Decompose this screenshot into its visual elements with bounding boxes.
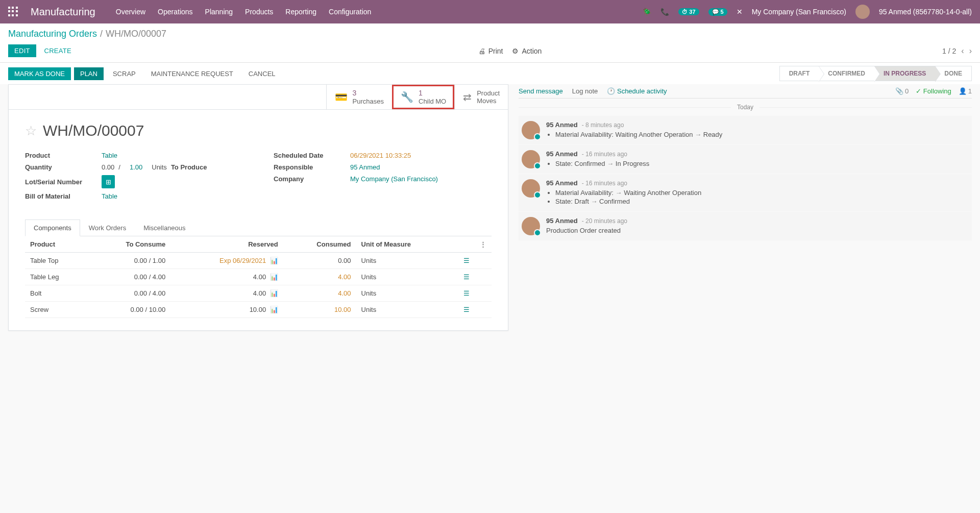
message: 95 Anmed- 16 minutes agoMaterial Availab… bbox=[519, 174, 972, 211]
avatar bbox=[522, 179, 540, 198]
send-message-button[interactable]: Send message bbox=[519, 87, 563, 95]
th-consumed[interactable]: Consumed bbox=[283, 236, 356, 253]
breadcrumb-root[interactable]: Manufacturing Orders bbox=[8, 29, 97, 39]
edit-button[interactable]: EDIT bbox=[8, 44, 36, 57]
breadcrumb-current: WH/MO/00007 bbox=[106, 29, 166, 39]
nav-overview[interactable]: Overview bbox=[116, 8, 145, 16]
stat-child-mo[interactable]: 🔧 1Child MO bbox=[392, 85, 454, 109]
cell-to-consume: 0.00 / 4.00 bbox=[89, 285, 170, 302]
action-button[interactable]: ⚙Action bbox=[512, 47, 542, 55]
forecast-icon[interactable]: 📊 bbox=[270, 273, 278, 281]
company-switcher[interactable]: My Company (San Francisco) bbox=[752, 8, 846, 16]
schedule-activity-button[interactable]: 🕐 Schedule activity bbox=[607, 87, 667, 95]
scrap-button[interactable]: SCRAP bbox=[107, 67, 142, 80]
field-quantity: 0.00 / 1.00 Units To Produce bbox=[102, 163, 207, 171]
field-bom[interactable]: Table bbox=[102, 192, 117, 200]
table-menu-icon[interactable]: ⋮ bbox=[480, 240, 486, 248]
tab-misc[interactable]: Miscellaneous bbox=[135, 219, 194, 236]
stat-product-moves[interactable]: ⇄ ProductMoves bbox=[454, 85, 508, 109]
nav-reporting[interactable]: Reporting bbox=[285, 8, 316, 16]
brand[interactable]: Manufacturing bbox=[31, 6, 95, 18]
cell-to-consume: 0.00 / 10.00 bbox=[89, 302, 170, 318]
apps-icon[interactable] bbox=[8, 7, 18, 17]
print-button[interactable]: 🖨Print bbox=[478, 47, 503, 55]
cell-uom: Units bbox=[356, 253, 454, 269]
pager-next[interactable]: › bbox=[969, 46, 972, 56]
avatar bbox=[522, 121, 540, 139]
attachments-button[interactable]: 📎0 bbox=[895, 87, 909, 95]
close-icon[interactable]: ✕ bbox=[737, 8, 743, 16]
th-uom[interactable]: Unit of Measure bbox=[356, 236, 454, 253]
message-content: Material Availability: Waiting Another O… bbox=[546, 131, 969, 138]
nav-planning[interactable]: Planning bbox=[205, 8, 233, 16]
cell-consumed: 10.00 bbox=[283, 302, 356, 318]
details-icon[interactable]: ☰ bbox=[463, 289, 470, 297]
topbar: Manufacturing Overview Operations Planni… bbox=[0, 0, 980, 23]
wrench-icon: 🔧 bbox=[401, 91, 413, 103]
table-row[interactable]: Table Top0.00 / 1.00Exp 06/29/2021 📊0.00… bbox=[25, 253, 492, 269]
status-in-progress[interactable]: IN PROGRESS bbox=[874, 66, 935, 81]
cell-product: Screw bbox=[25, 302, 89, 318]
lot-assign-button[interactable]: ⊞ bbox=[102, 175, 115, 188]
maintenance-button[interactable]: MAINTENANCE REQUEST bbox=[145, 67, 239, 80]
mark-done-button[interactable]: MARK AS DONE bbox=[8, 67, 71, 80]
nav-configuration[interactable]: Configuration bbox=[329, 8, 371, 16]
field-responsible[interactable]: 95 Anmed bbox=[350, 163, 380, 171]
nav-products[interactable]: Products bbox=[245, 8, 273, 16]
log-note-button[interactable]: Log note bbox=[572, 87, 598, 95]
nav-operations[interactable]: Operations bbox=[158, 8, 192, 16]
stat-purchases[interactable]: 💳 3Purchases bbox=[326, 85, 392, 109]
label-quantity: Quantity bbox=[25, 163, 102, 171]
table-row[interactable]: Bolt0.00 / 4.004.00 📊4.00Units☰ bbox=[25, 285, 492, 302]
table-row[interactable]: Screw0.00 / 10.0010.00 📊10.00Units☰ bbox=[25, 302, 492, 318]
avatar[interactable] bbox=[855, 5, 870, 19]
table-row[interactable]: Table Leg0.00 / 4.004.00 📊4.00Units☰ bbox=[25, 269, 492, 285]
statusbar: MARK AS DONE PLAN SCRAP MAINTENANCE REQU… bbox=[0, 63, 980, 84]
star-icon[interactable]: ☆ bbox=[25, 123, 37, 139]
field-product[interactable]: Table bbox=[102, 152, 117, 159]
cell-consumed: 0.00 bbox=[283, 253, 356, 269]
message-content: Material Availability: → Waiting Another… bbox=[546, 189, 969, 205]
status-confirmed[interactable]: CONFIRMED bbox=[819, 66, 874, 81]
followers-button[interactable]: 👤1 bbox=[959, 87, 972, 95]
clock-badge[interactable]: ⏱ 37 bbox=[678, 8, 699, 15]
cell-reserved: Exp 06/29/2021 📊 bbox=[170, 253, 283, 269]
cell-reserved: 4.00 📊 bbox=[170, 269, 283, 285]
chat-badge[interactable]: 💬 5 bbox=[708, 8, 727, 16]
cell-product: Bolt bbox=[25, 285, 89, 302]
cell-to-consume: 0.00 / 4.00 bbox=[89, 269, 170, 285]
tab-components[interactable]: Components bbox=[25, 219, 80, 236]
th-reserved[interactable]: Reserved bbox=[170, 236, 283, 253]
clock-icon: 🕐 bbox=[607, 87, 615, 95]
cell-to-consume: 0.00 / 1.00 bbox=[89, 253, 170, 269]
breadcrumb-sep: / bbox=[100, 29, 103, 39]
gear-icon: ⚙ bbox=[512, 47, 519, 55]
message-author: 95 Anmed bbox=[546, 179, 578, 187]
cell-consumed: 4.00 bbox=[283, 269, 356, 285]
chatter: Send message Log note 🕐 Schedule activit… bbox=[508, 84, 972, 331]
field-company[interactable]: My Company (San Francisco) bbox=[350, 175, 438, 183]
forecast-icon[interactable]: 📊 bbox=[270, 257, 278, 264]
form-sheet: 💳 3Purchases 🔧 1Child MO ⇄ ProductMoves … bbox=[8, 84, 508, 331]
details-icon[interactable]: ☰ bbox=[463, 257, 470, 264]
phone-icon[interactable]: 📞 bbox=[660, 8, 669, 16]
plan-button[interactable]: PLAN bbox=[74, 67, 104, 80]
details-icon[interactable]: ☰ bbox=[463, 273, 470, 281]
user-menu[interactable]: 95 Anmed (8567780-14-0-all) bbox=[879, 8, 972, 16]
forecast-icon[interactable]: 📊 bbox=[270, 289, 278, 297]
forecast-icon[interactable]: 📊 bbox=[270, 306, 278, 313]
label-scheduled: Scheduled Date bbox=[274, 152, 350, 159]
following-button[interactable]: ✓ Following bbox=[916, 87, 951, 95]
label-lot: Lot/Serial Number bbox=[25, 178, 102, 186]
tab-work-orders[interactable]: Work Orders bbox=[80, 219, 135, 236]
message-time: - 16 minutes ago bbox=[582, 151, 627, 158]
cell-product: Table Top bbox=[25, 253, 89, 269]
cancel-button[interactable]: CANCEL bbox=[242, 67, 282, 80]
status-draft[interactable]: DRAFT bbox=[779, 66, 819, 81]
th-product[interactable]: Product bbox=[25, 236, 89, 253]
pager-prev[interactable]: ‹ bbox=[961, 46, 964, 56]
details-icon[interactable]: ☰ bbox=[463, 306, 470, 313]
bug-icon[interactable]: 🪲 bbox=[643, 8, 651, 16]
create-button[interactable]: CREATE bbox=[38, 44, 78, 57]
th-to-consume[interactable]: To Consume bbox=[89, 236, 170, 253]
